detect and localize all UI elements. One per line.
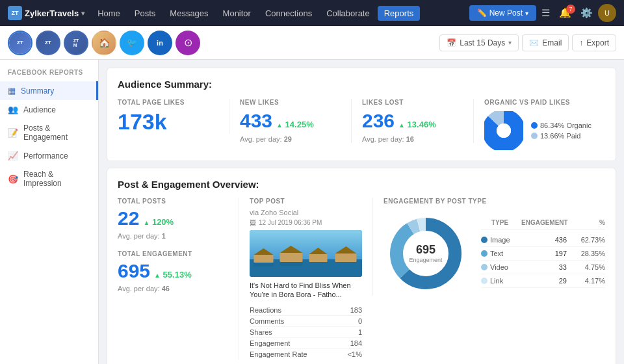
metric-total-likes: TOTAL PAGE LIKES 173k — [118, 99, 229, 134]
eng-value: 197 — [521, 250, 567, 257]
svg-rect-9 — [309, 254, 328, 262]
sidebar-item-reach[interactable]: 🎯 Reach & Impression — [0, 165, 98, 192]
sidebar-section-label: FACEBOOK REPORTS — [0, 66, 98, 81]
image-icon: 🖼 — [250, 219, 256, 226]
engagement-visual: 695 Engagement TYPE ENGAGEMENT % — [384, 211, 605, 296]
brand-chevron: ▾ — [81, 10, 84, 17]
metric-organic-paid: ORGANIC VS PAID LIKES 86.34% — [484, 99, 605, 150]
new-post-icon: ✏️ — [477, 8, 487, 18]
eng-value: 33 — [521, 263, 567, 271]
likes-lost-value: 236 — [362, 110, 395, 131]
social-icon-fb3[interactable]: ZTM — [64, 31, 88, 55]
menu-button[interactable]: ☰ — [538, 5, 554, 21]
eng-type-label: Text — [490, 250, 519, 257]
nav-item-messages[interactable]: Messages — [163, 6, 214, 21]
new-likes-value: 433 — [240, 110, 272, 131]
social-icon-linkedin[interactable]: in — [148, 31, 172, 55]
social-icon-fb2[interactable]: ZT — [36, 31, 60, 55]
total-posts-value: 22 — [118, 207, 139, 229]
engagement-table-row: Image 436 62.73% — [481, 233, 605, 247]
organic-paid-label: ORGANIC VS PAID LIKES — [484, 99, 605, 106]
shares-row: Shares 1 — [250, 327, 362, 338]
sidebar-item-audience[interactable]: 👥 Audience — [0, 100, 98, 119]
notification-badge: 7 — [566, 5, 575, 14]
donut-center-label: Engagement — [409, 257, 442, 263]
pie-legend: 86.34% Organic 13.66% Paid — [531, 122, 592, 140]
svg-rect-11 — [335, 254, 357, 262]
new-likes-trend: ▲ 14.25% — [276, 120, 314, 129]
post-engagement-card: Post & Engagement Overview: TOTAL POSTS … — [107, 168, 616, 364]
engagement-table-row: Text 197 28.35% — [481, 247, 605, 261]
sidebar-item-posts-engagement[interactable]: 📝 Posts & Engagement — [0, 119, 98, 146]
sidebar-item-performance[interactable]: 📈 Performance — [0, 146, 98, 165]
donut-container: 695 Engagement — [384, 211, 468, 296]
brand-icon: ZT — [8, 6, 22, 20]
eng-value: 436 — [521, 236, 567, 244]
avatar[interactable]: U — [598, 4, 616, 22]
eng-col-engagement: ENGAGEMENT — [521, 219, 567, 226]
email-icon: ✉️ — [529, 38, 539, 47]
nav-item-posts[interactable]: Posts — [128, 6, 162, 21]
sidebar: FACEBOOK REPORTS ▦ Summary 👥 Audience 📝 … — [0, 60, 99, 364]
calendar-icon: 📅 — [447, 38, 456, 47]
nav-brand[interactable]: ZT ZylkerTravels ▾ — [8, 6, 84, 20]
engagement-table: TYPE ENGAGEMENT % Image 436 62.73% Text … — [481, 219, 605, 288]
eng-type-label: Video — [490, 263, 519, 271]
sidebar-item-summary[interactable]: ▦ Summary — [0, 81, 98, 100]
nav-item-connections[interactable]: Connections — [259, 6, 318, 21]
eng-pct: 28.35% — [569, 250, 605, 257]
eng-dot — [481, 278, 488, 284]
settings-button[interactable]: ⚙️ — [577, 5, 597, 21]
social-icon-fb1[interactable]: ZT — [8, 31, 32, 55]
total-posts-trend: ▲ 120% — [143, 217, 174, 227]
eng-dot — [481, 237, 488, 243]
post-stats-table: Reactions 183 Comments 0 Shares 1 Enga — [250, 305, 362, 359]
engagement-by-type-col: ENGAGEMENT BY POST TYPE — [372, 198, 605, 296]
comments-row: Comments 0 — [250, 316, 362, 327]
total-engagement-label: TOTAL ENGAGEMENT — [118, 250, 228, 257]
eng-type-label: Link — [490, 277, 519, 285]
nav-item-reports[interactable]: Reports — [378, 6, 421, 21]
nav-item-monitor[interactable]: Monitor — [216, 6, 257, 21]
post-stats-col: TOTAL POSTS 22 ▲ 120% Avg. per day: 1 — [118, 198, 228, 292]
social-icon-twitter[interactable]: 🐦 — [120, 31, 144, 55]
notifications-button[interactable]: 🔔 7 — [555, 5, 575, 21]
audience-icon: 👥 — [8, 105, 18, 114]
engagement-table-row: Video 33 4.75% — [481, 261, 605, 274]
content-area: Audience Summary: TOTAL PAGE LIKES 173k … — [99, 60, 624, 364]
eng-pct: 62.73% — [569, 236, 605, 244]
new-post-button[interactable]: ✏️ New Post ▾ — [469, 5, 536, 21]
nav-item-collaborate[interactable]: Collaborate — [320, 6, 376, 21]
top-post-caption: It's Not Hard to Find Bliss When You're … — [250, 281, 362, 300]
post-engagement-grid: TOTAL POSTS 22 ▲ 120% Avg. per day: 1 — [118, 198, 605, 359]
eng-table-header: TYPE ENGAGEMENT % — [481, 219, 605, 229]
new-likes-label: NEW LIKES — [240, 99, 341, 106]
svg-rect-14 — [280, 262, 303, 266]
top-post-col: TOP POST via Zoho Social 🖼 12 Jul 2019 0… — [239, 198, 362, 359]
eng-value: 29 — [521, 277, 567, 285]
engagement-rate-row: Engagement Rate <1% — [250, 349, 362, 359]
date-filter-button[interactable]: 📅 Last 15 Days ▾ — [439, 34, 519, 51]
audience-summary-title: Audience Summary: — [118, 79, 605, 90]
metric-new-likes: NEW LIKES 433 ▲ 14.25% Avg. per day: 29 — [240, 99, 352, 143]
export-button[interactable]: ↑ Export — [572, 34, 616, 51]
donut-center-value: 695 — [409, 244, 442, 257]
total-engagement-value: 695 — [118, 260, 150, 282]
top-post-date-row: 🖼 12 Jul 2019 06:36 PM — [250, 219, 362, 226]
new-post-chevron: ▾ — [525, 10, 528, 17]
total-posts-label: TOTAL POSTS — [118, 198, 228, 205]
top-post-image — [250, 230, 362, 277]
eng-type-label: Image — [490, 236, 519, 244]
eng-pct: 4.17% — [569, 277, 605, 285]
email-button[interactable]: ✉️ Email — [522, 34, 569, 51]
engagement-by-type-label: ENGAGEMENT BY POST TYPE — [384, 198, 605, 205]
total-likes-label: TOTAL PAGE LIKES — [118, 99, 218, 106]
nav-item-home[interactable]: Home — [91, 6, 127, 21]
eng-col-pct: % — [569, 219, 605, 226]
social-icon-fb4[interactable]: 🏠 — [92, 31, 116, 55]
social-icon-gplus[interactable]: ⊙ — [176, 31, 200, 55]
svg-rect-13 — [254, 263, 274, 266]
chevron-down-icon: ▾ — [508, 39, 512, 46]
total-likes-value: 173k — [118, 110, 218, 134]
top-post-header: TOP POST — [250, 198, 362, 205]
